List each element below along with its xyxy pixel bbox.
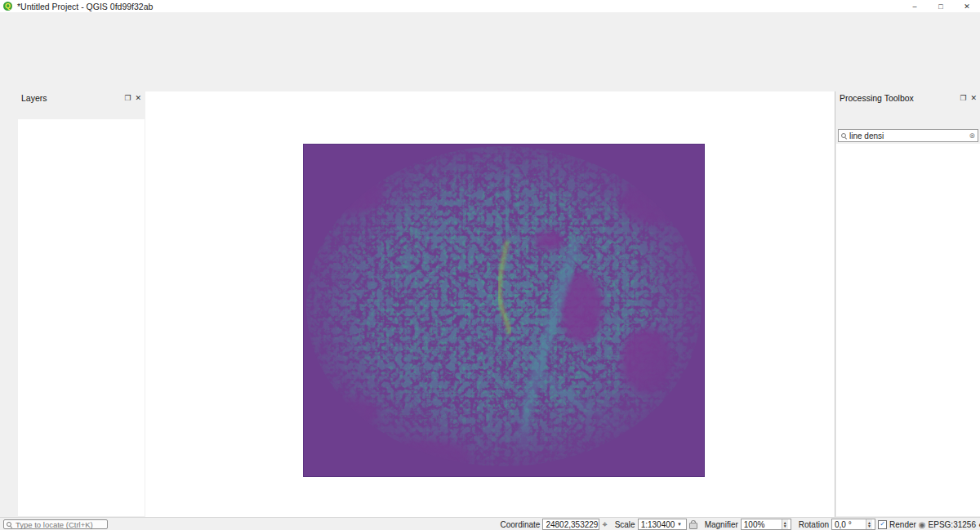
toolbar-file-nav — [0, 24, 980, 41]
coordinate-input[interactable]: 24802,353229 — [542, 519, 599, 530]
layer-tree — [18, 119, 145, 516]
locator-input[interactable]: Type to locate (Ctrl+K) — [3, 519, 108, 529]
qgis-logo-icon: Q — [3, 2, 12, 11]
float-panel-icon[interactable]: ❐ — [124, 94, 131, 102]
lock-scale-icon[interactable] — [689, 523, 697, 529]
magnifier-input[interactable]: 100% ▲▼ — [741, 519, 791, 530]
scale-select[interactable]: 1:130400▾ — [638, 519, 687, 530]
map-raster-image — [304, 145, 704, 476]
manage-layers-toolbar — [0, 91, 18, 519]
minimize-button[interactable]: – — [902, 0, 928, 12]
processing-toolbox-toolbar — [835, 105, 980, 118]
maximize-button[interactable]: □ — [928, 0, 954, 12]
coordinate-label: Coordinate — [501, 520, 541, 529]
toolbar-shape-digitizing — [0, 74, 980, 92]
rotation-label: Rotation — [799, 520, 829, 529]
magnifier-label: Magnifier — [705, 520, 738, 529]
scale-label: Scale — [615, 520, 635, 529]
line-density-raster-map[interactable] — [304, 145, 704, 476]
chevron-down-icon: ▾ — [678, 521, 681, 528]
float-panel-icon[interactable]: ❐ — [960, 94, 966, 102]
clear-search-icon[interactable]: ⊗ — [969, 131, 975, 140]
window-title: *Untitled Project - QGIS 0fd99f32ab — [17, 2, 153, 11]
render-checkbox[interactable]: ✓ Render — [878, 520, 916, 529]
processing-toolbox-title: Processing Toolbox — [840, 93, 956, 103]
spinner-icon[interactable]: ▲▼ — [782, 519, 788, 529]
render-label: Render — [889, 520, 916, 529]
crs-status[interactable]: EPSG:31256 — [929, 520, 976, 529]
toolbox-search-input[interactable]: line densi ⊗ — [838, 129, 978, 142]
spinner-icon[interactable]: ▲▼ — [866, 519, 872, 529]
menu-bar — [0, 12, 980, 24]
rotation-input[interactable]: 0,0 ° ▲▼ — [831, 519, 875, 530]
search-icon — [841, 133, 847, 139]
processing-algorithm-tree — [836, 144, 980, 516]
toolbar-advanced-digitizing-snapping — [0, 58, 980, 74]
extent-toggle-icon[interactable]: ⌖ — [602, 519, 607, 530]
layers-panel-title: Layers — [21, 93, 120, 103]
locator-placeholder: Type to locate (Ctrl+K) — [16, 520, 93, 529]
toolbar-digitizing-labels-plugins — [0, 41, 980, 58]
layers-panel-toolbar — [17, 105, 145, 118]
search-icon — [7, 522, 12, 528]
close-panel-icon[interactable]: ✕ — [135, 94, 141, 102]
toolbox-search-value: line densi — [849, 131, 884, 140]
qgis-window: Q *Untitled Project - QGIS 0fd99f32ab – … — [0, 0, 980, 530]
close-panel-icon[interactable]: ✕ — [970, 94, 977, 102]
title-bar: Q *Untitled Project - QGIS 0fd99f32ab – … — [0, 0, 980, 13]
layers-panel: Layers ❐ ✕ — [17, 91, 146, 517]
close-button[interactable]: ✕ — [954, 0, 980, 12]
globe-icon: ◉ — [919, 520, 926, 529]
processing-toolbox-panel: Processing Toolbox ❐ ✕ line densi ⊗ — [835, 91, 980, 517]
status-bar: Type to locate (Ctrl+K) Coordinate 24802… — [0, 517, 980, 530]
map-canvas[interactable] — [145, 91, 835, 517]
